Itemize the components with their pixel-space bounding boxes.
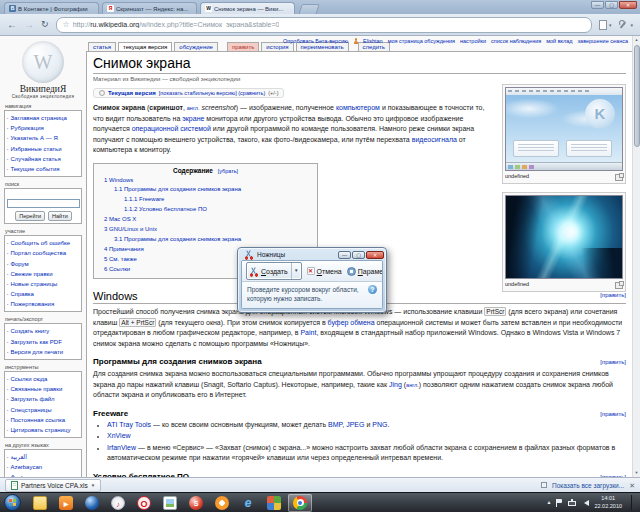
wiki-link[interactable]: PNG [372, 421, 387, 428]
wiki-link[interactable]: англ. [406, 382, 419, 388]
enlarge-icon[interactable] [615, 174, 623, 181]
toc-entry[interactable]: 1.1.2 Условно бесплатное ПО [104, 205, 307, 215]
bookmark-star-icon[interactable]: ☆ [63, 21, 70, 29]
browser-tab[interactable]: Снимок экрана — Вики... [200, 2, 295, 14]
wiki-tab[interactable]: править [227, 42, 259, 51]
personal-link[interactable]: Опробовать Бета-версию [283, 38, 348, 44]
toc-entry[interactable]: 2 Mac OS X [104, 215, 307, 225]
sidebar-link[interactable]: العربية [7, 452, 80, 462]
edit-section-link[interactable]: [править] [600, 411, 626, 417]
personal-link[interactable]: Elishtan [363, 38, 383, 44]
options-button[interactable]: Параметры [347, 267, 383, 276]
sidebar-link[interactable]: Цитировать страницу [7, 425, 80, 435]
taskbar-explorer[interactable] [28, 494, 52, 512]
revision-links[interactable]: [показать стабильную версию] (сравнить) [159, 90, 265, 96]
wiki-link[interactable]: буфер обмена [328, 319, 375, 326]
edit-section-link[interactable]: [править] [600, 292, 626, 298]
dialog-titlebar[interactable]: Ножницы — ▢ ✕ [238, 248, 386, 260]
toc-entry[interactable]: 3.1 Программы для создания снимков экран… [104, 235, 307, 245]
volume-icon[interactable] [581, 500, 589, 506]
taskbar-orange-ring[interactable] [210, 494, 234, 512]
taskbar-clock[interactable]: 14:01 22.02.2010 [594, 495, 622, 510]
toc-entry[interactable]: 3 GNU/Linux и Unix [104, 225, 307, 235]
dialog-maximize-button[interactable]: ▢ [352, 251, 365, 259]
taskbar-itunes[interactable] [106, 494, 130, 512]
personal-link[interactable]: завершение сеанса [578, 38, 628, 44]
sidebar-link[interactable]: Свежие правки [7, 269, 80, 279]
show-all-downloads-link[interactable]: Показать все загрузки... [552, 482, 624, 489]
kde-screenshot-thumbnail[interactable] [505, 87, 623, 171]
nexuiz-screenshot-thumbnail[interactable] [505, 195, 623, 279]
sidebar-link[interactable]: Форум [7, 259, 80, 269]
search-input[interactable] [7, 199, 80, 208]
wiki-link[interactable]: англ. [187, 105, 200, 111]
sidebar-link[interactable]: Связанные правки [7, 384, 80, 394]
scroll-down-icon[interactable]: ▼ [633, 469, 640, 477]
show-desktop-button[interactable] [631, 495, 637, 510]
enlarge-icon[interactable] [615, 282, 623, 289]
sidebar-link[interactable]: Случайная статья [7, 154, 80, 164]
shelf-close-icon[interactable]: ✕ [629, 482, 635, 489]
wiki-tab[interactable]: статья [88, 42, 116, 51]
create-dropdown-icon[interactable]: ▼ [291, 263, 301, 279]
start-button[interactable] [4, 494, 21, 511]
sidebar-link[interactable]: Избранные статьи [7, 144, 80, 154]
taskbar-media-player[interactable] [54, 494, 78, 512]
sidebar-link[interactable]: Указатель А — Я [7, 133, 80, 143]
scrollbar-thumb[interactable] [634, 45, 640, 147]
wiki-link[interactable]: компьютером [336, 104, 380, 111]
wiki-link[interactable]: JPEG [346, 421, 364, 428]
sidebar-link[interactable]: Пожертвования [7, 299, 80, 309]
sidebar-link[interactable]: Сообщить об ошибке [7, 238, 80, 248]
taskbar-internet-explorer[interactable] [236, 494, 260, 512]
taskbar-blue-globe[interactable] [80, 494, 104, 512]
wiki-link[interactable]: BMP [328, 421, 342, 428]
sidebar-link[interactable]: Ссылки сюда [7, 374, 80, 384]
sidebar-link[interactable]: Новые страницы [7, 279, 80, 289]
sidebar-link[interactable]: Azərbaycan [7, 462, 80, 472]
sidebar-link[interactable]: Портал сообщества [7, 248, 80, 258]
sidebar-link[interactable]: Рубрикация [7, 123, 80, 133]
tray-show-hidden-icon[interactable]: ▲ [547, 500, 552, 505]
personal-link[interactable]: настройки [460, 38, 486, 44]
sidebar-link[interactable]: Загрузить файл [7, 394, 80, 404]
forward-icon[interactable]: → [24, 20, 34, 30]
wiki-tab[interactable]: обсуждение [174, 42, 218, 51]
scroll-up-icon[interactable]: ▲ [633, 36, 640, 44]
toc-entry[interactable]: 1.1 Программы для создания снимков экран… [104, 185, 307, 195]
network-icon[interactable] [568, 499, 576, 506]
wiki-link[interactable]: Paint [300, 329, 316, 336]
address-bar[interactable]: ☆ http://ru.wikipedia.org/w/index.php?ti… [56, 17, 592, 33]
wiki-link[interactable]: IrfanView [107, 444, 136, 451]
download-item[interactable]: Partners Voice CPA.xls ▼ [5, 479, 101, 492]
tools-menu[interactable]: ▾ [618, 20, 633, 30]
personal-link[interactable]: мой вклад [546, 38, 572, 44]
edit-section-link[interactable]: [править] [600, 359, 626, 365]
download-caret-icon[interactable]: ▼ [91, 483, 95, 488]
taskbar-games[interactable] [262, 494, 286, 512]
create-snip-button[interactable]: Создать ▼ [246, 262, 302, 280]
wiki-link[interactable]: Jing [389, 381, 402, 388]
toc-hide-link[interactable]: [убрать] [218, 168, 238, 174]
action-center-flag-icon[interactable] [556, 499, 563, 507]
wiki-link[interactable]: XnView [107, 432, 131, 439]
reload-icon[interactable]: ↻ [41, 20, 49, 29]
minimize-button[interactable]: — [591, 1, 604, 9]
revision-status[interactable]: Текущая версия [108, 90, 156, 96]
close-button[interactable]: ✕ [619, 1, 637, 9]
toc-entry[interactable]: 1 Windows [104, 176, 307, 186]
search-button[interactable]: Найти [48, 211, 72, 221]
sidebar-link[interactable]: Заглавная страница [7, 113, 80, 123]
taskbar-opera[interactable] [132, 494, 156, 512]
cancel-button[interactable]: ✕ Отмена [307, 267, 342, 275]
page-scrollbar[interactable]: ▲ ▼ [632, 36, 640, 477]
taskbar-red-ball[interactable] [184, 494, 208, 512]
back-icon[interactable]: ← [7, 20, 17, 30]
wikipedia-logo[interactable]: ВикипедиЯ Свободная энциклопедия [4, 41, 82, 99]
search-button[interactable]: Перейти [15, 211, 45, 221]
maximize-button[interactable]: ▢ [605, 1, 618, 9]
wiki-link[interactable]: экране [182, 115, 204, 122]
sidebar-link[interactable]: Создать книгу [7, 326, 80, 336]
wiki-tab[interactable]: текущая версия [118, 42, 172, 51]
wiki-link[interactable]: видеосигнала [412, 136, 457, 143]
